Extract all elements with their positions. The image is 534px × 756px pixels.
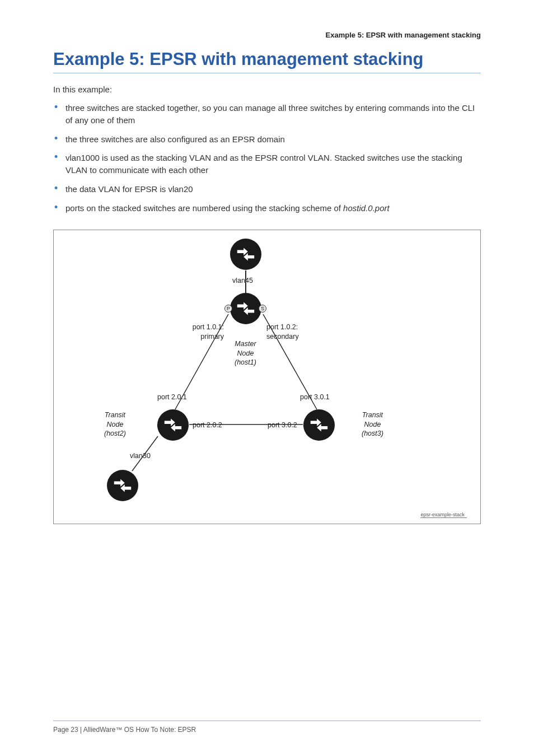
switch-icon	[303, 409, 335, 441]
diagram-container: vlan45 P S port 1.0.1: primary port 1.0.…	[53, 230, 481, 524]
list-item: the data VLAN for EPSR is vlan20	[53, 183, 481, 195]
transit-left-label: Transit Node (host2)	[104, 410, 126, 438]
port-301-label: port 3.0.1	[300, 393, 330, 402]
port-102-label: port 1.0.2: secondary	[266, 323, 310, 341]
running-header: Example 5: EPSR with management stacking	[53, 31, 481, 39]
transit-right-label: Transit Node (host3)	[362, 410, 383, 438]
port-302-label: port 3.0.2	[268, 421, 297, 430]
port-201-label: port 2.0.1	[157, 393, 187, 402]
list-item-text: ports on the stacked switches are number…	[65, 203, 343, 213]
port-202-label: port 2.0.2	[193, 421, 222, 430]
master-node-label: Master Node (host1)	[235, 339, 256, 367]
footer-rule	[53, 720, 481, 721]
list-item: ports on the stacked switches are number…	[53, 202, 481, 214]
switch-icon	[157, 409, 189, 441]
vlan45-label: vlan45	[232, 276, 253, 285]
switch-icon	[107, 470, 138, 501]
list-item: the three switches are also configured a…	[53, 133, 481, 146]
port-secondary-marker: S	[259, 305, 266, 312]
page-title: Example 5: EPSR with management stacking	[53, 49, 481, 73]
list-item-emphasis: hostid.0.port	[343, 203, 390, 213]
vlan30-label: vlan30	[130, 451, 151, 460]
page-footer: Page 23 | AlliedWare™ OS How To Note: EP…	[53, 720, 481, 734]
switch-icon	[230, 293, 261, 324]
diagram-caption: epsr-example-stack	[420, 512, 467, 518]
bullet-list: three switches are stacked together, so …	[53, 102, 481, 214]
intro-text: In this example:	[53, 85, 481, 94]
list-item: three switches are stacked together, so …	[53, 102, 481, 127]
footer-text: Page 23 | AlliedWare™ OS How To Note: EP…	[53, 726, 481, 734]
list-item: vlan1000 is used as the stacking VLAN an…	[53, 152, 481, 176]
port-101-label: port 1.0.1: primary	[184, 323, 224, 341]
switch-icon	[230, 239, 261, 270]
